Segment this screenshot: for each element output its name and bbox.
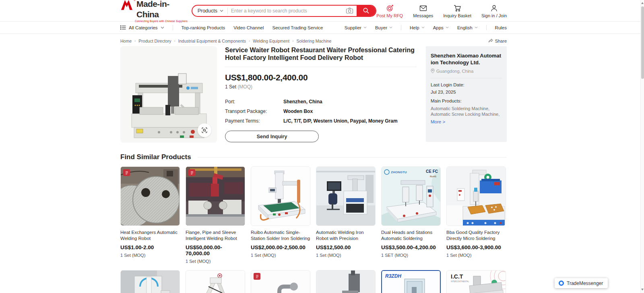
- divider: [431, 78, 502, 78]
- inquiry-basket-button[interactable]: Inquiry Basket: [443, 4, 471, 18]
- search-bar: Products: [192, 5, 377, 17]
- main-products-value: Automatic Soldering Machine, Automatic S…: [431, 106, 502, 117]
- product-card-1[interactable]: Heat Exchangers Automatic Welding Robot …: [120, 166, 180, 264]
- nav-language-menu[interactable]: English: [457, 25, 478, 30]
- supplier-more-link[interactable]: More >: [431, 119, 502, 124]
- nav-supplier-menu[interactable]: Supplier: [345, 25, 367, 30]
- product-main-image[interactable]: [120, 46, 217, 143]
- scrollbar-down-arrow[interactable]: [641, 289, 644, 291]
- supplier-location: Guangdong, China: [431, 68, 502, 74]
- scrollbar-up-arrow[interactable]: [641, 2, 644, 4]
- trade-messenger-widget[interactable]: TradeMessenger: [555, 278, 608, 288]
- product-card-moq: 1 Set (MOQ): [251, 253, 310, 258]
- product-card-moq: 1 Set (MOQ): [316, 253, 376, 258]
- sign-in-join-label: Sign in / Join: [481, 13, 507, 18]
- supplier-name[interactable]: Shenzhen Xiaomao Automation Technology L…: [431, 52, 502, 66]
- breadcrumb-industrial-equipment[interactable]: Industrial Equipment & Components: [178, 39, 246, 43]
- nav-help-label: Help: [410, 25, 419, 30]
- image-zoom-search-button[interactable]: [198, 123, 211, 137]
- product-card-9[interactable]: [251, 270, 310, 293]
- attr-value: Wooden Box: [283, 109, 313, 114]
- search-category-dropdown[interactable]: Products: [192, 8, 227, 14]
- all-categories-menu[interactable]: All Categories: [120, 25, 164, 30]
- product-card-title: Automatic Welding Iron Robot with Precis…: [316, 229, 376, 242]
- product-card-7[interactable]: [120, 270, 180, 293]
- scrollbar-thumb[interactable]: [641, 6, 644, 79]
- dual-head-soldering-photo: ZHONGTU CE FC RoHS: [382, 167, 441, 226]
- product-card-3[interactable]: Ruibo Automatic Single-Station Solder Ir…: [251, 166, 310, 264]
- scrollbar[interactable]: [640, 0, 644, 293]
- product-card-6[interactable]: Bba Good Quality Factory Directly Micro …: [446, 166, 506, 264]
- product-card-4[interactable]: Automatic Welding Iron Robot with Precis…: [316, 166, 376, 264]
- attr-label: Transport Package:: [225, 109, 283, 114]
- nav-top-ranking-products[interactable]: Top-ranking Products: [182, 25, 225, 30]
- product-card-8[interactable]: [186, 270, 245, 293]
- product-card-price: US$3,500.00-4,200.00: [381, 244, 441, 250]
- nav-secured-trading-service[interactable]: Secured Trading Service: [272, 25, 323, 30]
- product-card-price: US$50,000.00-70,000.00: [186, 244, 245, 256]
- last-login-value: Jul 23, 2025: [431, 90, 502, 94]
- enclosed-machine-photo: R3ZDH: [382, 271, 441, 293]
- product-card-title: Ruibo Automatic Single-Station Solder Ir…: [251, 229, 310, 242]
- envelope-icon: [419, 4, 427, 12]
- main-products-label: Main Products:: [431, 98, 502, 103]
- supplier-seal-badge-icon: [188, 169, 195, 176]
- rfq-target-icon: [386, 4, 394, 12]
- product-card-2[interactable]: Flange, Pipe and Sleeve Intelligent Weld…: [186, 166, 245, 264]
- product-card-11-highlighted[interactable]: R3ZDH: [381, 270, 441, 293]
- search-button[interactable]: [357, 5, 376, 17]
- nav-help-menu[interactable]: Help: [410, 25, 425, 30]
- sign-in-join-button[interactable]: Sign in / Join: [481, 4, 507, 18]
- product-card-10[interactable]: [316, 270, 376, 293]
- robot-arms-photo: [186, 270, 245, 293]
- product-card-title: Dual Heads and Stations Automatic Solder…: [381, 229, 441, 242]
- page: ® Made-in-China Connecting Buyers with C…: [0, 0, 644, 293]
- search-category-label: Products: [198, 8, 217, 14]
- breadcrumb-product-directory[interactable]: Product Directory: [138, 39, 171, 43]
- machine-photo: [121, 270, 180, 293]
- logo-reg-mark: ®: [134, 0, 136, 2]
- nav-buyer-label: Buyer: [375, 25, 387, 30]
- product-card-price: US$2,000.00-2,500.00: [251, 244, 310, 250]
- product-attributes: Port: Shenzhen, China Transport Package:…: [225, 99, 417, 124]
- image-search-camera-icon[interactable]: [346, 7, 353, 14]
- product-card-12[interactable]: I.C.T INTERCONTINENTAL: [446, 270, 506, 293]
- product-card-moq: 1 SET (MOQ): [381, 253, 441, 258]
- nav-buyer-menu[interactable]: Buyer: [375, 25, 392, 30]
- send-inquiry-button[interactable]: Send Inquiry: [225, 131, 319, 142]
- welding-iron-robot-photo: [316, 167, 376, 226]
- share-button[interactable]: Share: [488, 38, 507, 43]
- product-title: Service Waiter Robot Restaurant Waiter P…: [225, 46, 417, 61]
- product-card-image: I.C.T INTERCONTINENTAL: [446, 270, 506, 293]
- product-card-image: [186, 166, 245, 226]
- nav-rules[interactable]: Rules: [495, 25, 507, 30]
- breadcrumb-separator: [134, 39, 136, 43]
- messages-button[interactable]: Messages: [413, 4, 433, 18]
- nav-apps-label: Apps: [433, 25, 444, 30]
- post-my-rfq-button[interactable]: Post My RFQ: [376, 4, 403, 18]
- nav-apps-menu[interactable]: Apps: [433, 25, 449, 30]
- attribute-row-payment-terms: Payment Terms: L/C, T/T, D/P, Western Un…: [225, 118, 417, 124]
- similar-products-row-2: R3ZDH I.C.T INTERCONTINENTAL: [0, 270, 644, 293]
- product-card-image: [251, 270, 310, 293]
- product-info: Service Waiter Robot Restaurant Waiter P…: [225, 46, 417, 142]
- ict-machine-photo: I.C.T INTERCONTINENTAL: [447, 270, 506, 293]
- chevron-down-icon: [446, 27, 449, 29]
- product-card-5[interactable]: ZHONGTU CE FC RoHS: [381, 166, 441, 264]
- rohs-cert-text: RoHS: [430, 175, 436, 178]
- nav-video-channel[interactable]: Video Channel: [233, 25, 264, 30]
- attr-label: Port:: [225, 99, 283, 104]
- supplier-seal-badge-icon: [123, 169, 130, 176]
- machine-head-photo: [316, 270, 376, 293]
- product-card-price: US$1.00-2.00: [120, 244, 180, 250]
- moq-suffix: (MOQ): [237, 84, 252, 90]
- user-icon: [490, 4, 498, 12]
- breadcrumb-welding-equipment[interactable]: Welding Equipment: [253, 39, 289, 43]
- search-input[interactable]: [228, 8, 346, 14]
- nav-supplier-label: Supplier: [345, 25, 361, 30]
- chevron-down-icon: [389, 27, 392, 29]
- breadcrumb-home[interactable]: Home: [120, 39, 132, 43]
- product-card-image: [120, 270, 180, 293]
- chevron-down-icon: [161, 27, 164, 29]
- site-logo[interactable]: ® Made-in-China Connecting Buyers with C…: [120, 0, 192, 23]
